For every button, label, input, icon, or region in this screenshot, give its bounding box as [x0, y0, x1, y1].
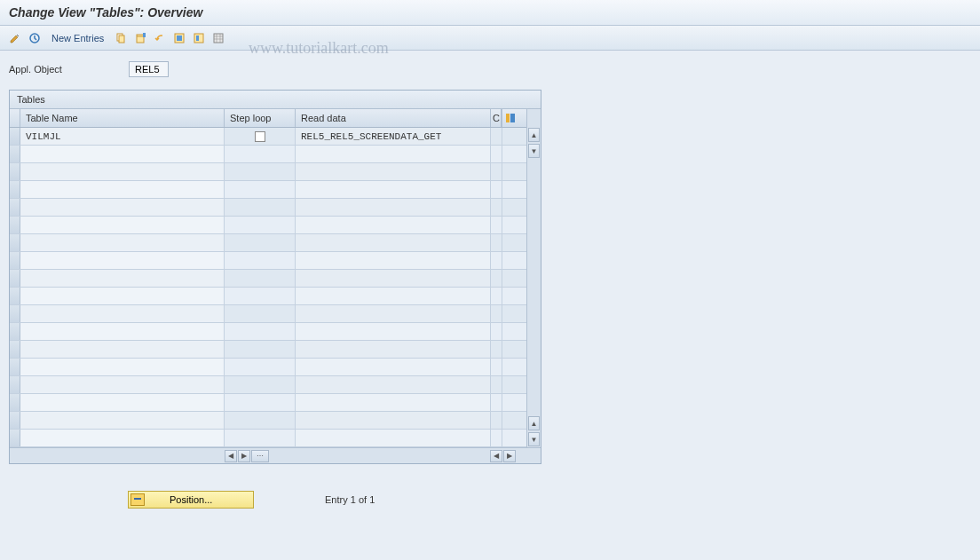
svg-rect-9 [214, 34, 223, 43]
svg-rect-10 [506, 114, 510, 122]
position-icon [130, 493, 145, 506]
scroll-left-icon[interactable]: ◀ [225, 450, 237, 462]
cell-read-data[interactable]: REL5_REL5_SCREENDATA_GET [296, 128, 491, 145]
horizontal-scrollbar[interactable]: ◀ ▶ ⋯ ◀ ▶ [10, 447, 541, 463]
row-selector[interactable] [10, 341, 20, 358]
scroll-up-icon[interactable]: ▲ [528, 416, 540, 430]
select-all-icon[interactable] [171, 30, 187, 46]
cell-step-loop[interactable] [225, 128, 296, 145]
table-row[interactable] [10, 305, 526, 323]
row-selector[interactable] [10, 323, 20, 340]
row-selector[interactable] [10, 146, 20, 162]
appl-object-value: REL5 [129, 61, 169, 77]
vertical-scrollbar[interactable]: ▲ ▼ ▲ ▼ [526, 109, 541, 447]
svg-rect-6 [177, 35, 182, 41]
row-selector-header[interactable] [10, 109, 20, 127]
table-row[interactable] [10, 412, 526, 430]
svg-rect-3 [137, 35, 144, 43]
row-selector[interactable] [10, 234, 20, 251]
checkbox[interactable] [255, 131, 265, 142]
position-button[interactable]: Position... [128, 491, 254, 509]
table-view-icon[interactable] [210, 30, 226, 46]
table-row[interactable] [10, 430, 526, 447]
col-read-data[interactable]: Read data [296, 109, 491, 127]
col-c[interactable]: C [491, 109, 502, 127]
table-row[interactable] [10, 341, 526, 359]
svg-rect-13 [134, 498, 141, 500]
row-selector[interactable] [10, 217, 20, 233]
table-row[interactable] [10, 323, 526, 341]
tables-grid: Tables Table Name Step loop Read data C [9, 90, 541, 464]
toggle-edit-icon[interactable] [7, 30, 23, 46]
scroll-down-icon[interactable]: ▼ [528, 432, 540, 446]
svg-rect-11 [510, 114, 515, 122]
deselect-icon[interactable] [191, 30, 207, 46]
table-config-icon[interactable] [502, 109, 518, 127]
col-table-name[interactable]: Table Name [20, 109, 225, 127]
cell-table-name[interactable]: VILMJL [20, 128, 225, 145]
col-step-loop[interactable]: Step loop [225, 109, 296, 127]
table-row[interactable] [10, 288, 526, 305]
row-selector[interactable] [10, 181, 20, 198]
position-label: Position... [170, 494, 212, 505]
undo-icon[interactable] [152, 30, 168, 46]
row-selector[interactable] [10, 128, 20, 145]
table-row[interactable] [10, 234, 526, 252]
table-title: Tables [10, 91, 541, 109]
row-selector[interactable] [10, 270, 20, 287]
delete-icon[interactable] [132, 30, 148, 46]
table-row[interactable] [10, 270, 526, 288]
cell-c[interactable] [491, 128, 502, 145]
toolbar: New Entries [0, 26, 980, 51]
scroll-down-icon[interactable]: ▼ [528, 144, 540, 158]
appl-object-label: Appl. Object [9, 64, 129, 75]
svg-rect-2 [119, 35, 124, 43]
table-row[interactable] [10, 394, 526, 412]
table-row[interactable] [10, 359, 526, 376]
scroll-left-icon[interactable]: ◀ [490, 450, 502, 462]
row-selector[interactable] [10, 288, 20, 304]
row-selector[interactable] [10, 430, 20, 446]
other-icon[interactable] [27, 30, 43, 46]
table-row[interactable] [10, 181, 526, 199]
row-selector[interactable] [10, 359, 20, 375]
entry-counter: Entry 1 of 1 [325, 494, 375, 505]
table-row[interactable]: VILMJL REL5_REL5_SCREENDATA_GET [10, 128, 526, 146]
table-row[interactable] [10, 252, 526, 270]
scroll-right-icon[interactable]: ▶ [238, 450, 250, 462]
row-selector[interactable] [10, 412, 20, 429]
scroll-thumb[interactable]: ⋯ [251, 450, 269, 462]
svg-rect-8 [196, 35, 199, 41]
appl-object-field: Appl. Object REL5 [9, 61, 971, 77]
row-selector[interactable] [10, 305, 20, 322]
row-selector[interactable] [10, 199, 20, 216]
table-row[interactable] [10, 199, 526, 217]
copy-icon[interactable] [113, 30, 129, 46]
svg-rect-4 [143, 33, 146, 37]
row-selector[interactable] [10, 163, 20, 180]
row-selector[interactable] [10, 376, 20, 393]
scroll-right-icon[interactable]: ▶ [503, 450, 516, 462]
table-row[interactable] [10, 376, 526, 394]
table-row[interactable] [10, 146, 526, 163]
row-selector[interactable] [10, 252, 20, 269]
row-selector[interactable] [10, 394, 20, 411]
page-title: Change View "Tables": Overview [0, 0, 980, 26]
table-row[interactable] [10, 163, 526, 181]
table-body: VILMJL REL5_REL5_SCREENDATA_GET [10, 128, 526, 447]
table-header: Table Name Step loop Read data C [10, 109, 526, 128]
table-row[interactable] [10, 217, 526, 234]
scroll-up-icon[interactable]: ▲ [528, 128, 540, 142]
new-entries-button[interactable]: New Entries [46, 33, 109, 43]
